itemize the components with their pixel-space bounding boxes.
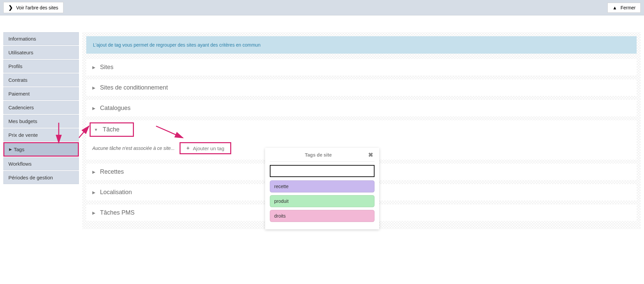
sidebar: Informations Utilisateurs Profils Contra…	[3, 32, 79, 229]
plus-icon: +	[187, 145, 190, 151]
caret-right-icon: ▶	[92, 170, 95, 174]
sidebar-item-label: Paiement	[8, 91, 30, 97]
caret-right-icon: ▶	[92, 86, 95, 90]
tag-option-recette[interactable]: recette	[270, 180, 375, 192]
tag-option-produit[interactable]: produit	[270, 195, 375, 207]
section-sites-conditionnement[interactable]: ▶ Sites de conditionnement	[86, 79, 637, 96]
section-label: Sites	[100, 64, 113, 71]
sidebar-item-tags[interactable]: ▶ Tags	[3, 142, 79, 157]
top-bar: ❯ Voir l'arbre des sites ▲ Fermer	[0, 0, 644, 15]
view-tree-button[interactable]: ❯ Voir l'arbre des sites	[3, 2, 63, 13]
view-tree-label: Voir l'arbre des sites	[16, 5, 58, 10]
caret-right-icon: ▶	[92, 65, 95, 70]
main-layout: Informations Utilisateurs Profils Contra…	[0, 29, 644, 232]
close-label: Fermer	[621, 5, 636, 10]
section-label: Tâche	[103, 126, 119, 133]
tag-label: droits	[274, 213, 286, 219]
sidebar-item-profils[interactable]: Profils	[3, 60, 79, 73]
sidebar-item-label: Profils	[8, 63, 22, 69]
sidebar-item-periodes-gestion[interactable]: Périodes de gestion	[3, 171, 79, 184]
sidebar-item-label: Périodes de gestion	[8, 175, 53, 180]
close-icon[interactable]: ✖	[367, 151, 375, 159]
tag-label: recette	[274, 184, 289, 189]
sidebar-item-informations[interactable]: Informations	[3, 32, 79, 45]
sidebar-item-mes-budgets[interactable]: Mes budgets	[3, 115, 79, 128]
section-label: Sites de conditionnement	[100, 84, 168, 91]
section-label: Catalogues	[100, 105, 131, 112]
sidebar-item-label: Mes budgets	[8, 118, 37, 124]
section-label: Tâches PMS	[100, 209, 135, 216]
sidebar-item-workflows[interactable]: Workflows	[3, 157, 79, 170]
info-banner: L'ajout de tag vous permet de regrouper …	[86, 36, 637, 54]
sidebar-item-contrats[interactable]: Contrats	[3, 73, 79, 87]
section-sites[interactable]: ▶ Sites	[86, 59, 637, 75]
sidebar-item-label: Tags	[14, 147, 24, 152]
add-tag-label: Ajouter un tag	[193, 146, 224, 151]
sidebar-item-label: Contrats	[8, 77, 28, 83]
sidebar-item-prix-de-vente[interactable]: Prix de vente	[3, 128, 79, 141]
section-label: Localisation	[100, 189, 132, 196]
popup-title: Tags de site	[270, 152, 367, 158]
section-catalogues[interactable]: ▶ Catalogues	[86, 100, 637, 116]
sidebar-item-label: Workflows	[8, 161, 32, 167]
content-area: L'ajout de tag vous permet de regrouper …	[82, 32, 641, 229]
chevron-up-icon: ▲	[612, 5, 617, 10]
caret-right-icon: ▶	[92, 106, 95, 111]
close-button[interactable]: ▲ Fermer	[607, 3, 641, 13]
caret-right-icon: ▶	[92, 190, 95, 195]
info-banner-text: L'ajout de tag vous permet de regrouper …	[93, 42, 260, 48]
caret-right-icon: ▶	[9, 147, 12, 152]
sidebar-item-paiement[interactable]: Paiement	[3, 87, 79, 100]
sidebar-item-label: Utilisateurs	[8, 50, 33, 55]
chevron-right-icon: ❯	[8, 4, 13, 11]
caret-down-icon: ▼	[94, 127, 98, 132]
popup-header: Tags de site ✖	[270, 151, 375, 162]
caret-right-icon: ▶	[92, 211, 95, 215]
empty-message: Aucune tâche n'est associée à ce site...	[92, 146, 175, 151]
sidebar-item-cadenciers[interactable]: Cadenciers	[3, 101, 79, 114]
tags-popup: Tags de site ✖ recette produit droits	[265, 148, 379, 229]
tag-option-droits[interactable]: droits	[270, 210, 375, 222]
tag-label: produit	[274, 198, 289, 204]
sidebar-item-utilisateurs[interactable]: Utilisateurs	[3, 46, 79, 59]
sidebar-item-label: Prix de vente	[8, 132, 38, 138]
sidebar-item-label: Cadenciers	[8, 105, 34, 110]
tag-search-input[interactable]	[270, 165, 375, 177]
sidebar-item-label: Informations	[8, 36, 36, 42]
section-tache[interactable]: ▼ Tâche	[86, 120, 637, 139]
add-tag-button[interactable]: + Ajouter un tag	[180, 142, 232, 154]
section-label: Recettes	[100, 168, 124, 175]
